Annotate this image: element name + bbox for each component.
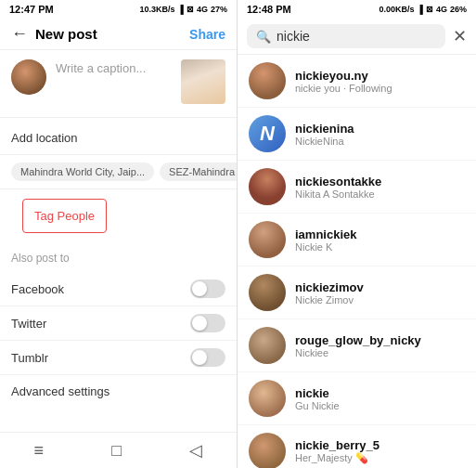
result-info: nickiesontakkeNikita A Sontakke [295, 175, 465, 200]
result-info: rouge_glow_by_nickyNickiee [295, 333, 465, 358]
twitter-label: Twitter [11, 317, 46, 331]
search-box[interactable]: 🔍 nickie [247, 24, 445, 48]
location-chip[interactable]: Mahindra World City, Jaip... [11, 162, 154, 181]
network-speed-left: 10.3KB/s [140, 5, 175, 14]
result-display-name: Nickiee [295, 347, 465, 358]
search-input[interactable]: nickie [277, 29, 310, 44]
sim-icon: 4G [197, 5, 208, 14]
list-item[interactable]: NnickieninaNickieNina [238, 108, 476, 161]
location-chip[interactable]: SEZ-Mahindra World City [160, 162, 237, 181]
result-info: nickieGu Nickie [295, 386, 465, 411]
tumblr-label: Tumblr [11, 351, 48, 365]
result-display-name: Her_Majesty 💊 [295, 452, 465, 464]
back-nav-icon[interactable]: ◁ [189, 440, 202, 461]
signal-icon-right: ▐ [418, 5, 423, 14]
result-avatar [249, 221, 286, 258]
top-bar: ← New post Share [0, 19, 237, 50]
tumblr-toggle[interactable] [190, 348, 225, 367]
list-item[interactable]: nickiesontakkeNikita A Sontakke [238, 161, 476, 214]
result-display-name: NickieNina [295, 136, 465, 147]
toggle-knob-facebook [192, 281, 207, 296]
sim-icon-right: 4G [436, 5, 447, 14]
results-list: nickieyou.nynickie you · FollowingNnicki… [238, 55, 476, 468]
status-bar-left: 12:47 PM 10.3KB/s ▐ ⊠ 4G 27% [0, 0, 237, 19]
wifi-icon-right: ⊠ [426, 5, 433, 14]
result-display-name: Nickie Zimov [295, 294, 465, 306]
result-username: nickieyou.ny [295, 69, 465, 83]
result-info: iamnickiekNickie K [295, 228, 465, 253]
time-right: 12:48 PM [247, 4, 291, 15]
twitter-row: Twitter [0, 306, 237, 341]
result-display-name: Nickie K [295, 241, 465, 253]
result-username: nickienina [295, 122, 465, 136]
result-display-name: Nikita A Sontakke [295, 188, 465, 200]
list-item[interactable]: nickiezimovNickie Zimov [238, 266, 476, 319]
result-display-name: nickie you · Following [295, 83, 465, 94]
tumblr-row: Tumblr [0, 341, 237, 375]
share-button[interactable]: Share [189, 27, 225, 42]
twitter-toggle[interactable] [190, 314, 225, 332]
divider-1 [0, 117, 237, 118]
battery-right: 26% [450, 5, 467, 14]
result-avatar [249, 327, 286, 364]
add-location[interactable]: Add location [0, 122, 237, 155]
time-left: 12:47 PM [9, 4, 54, 15]
list-item[interactable]: nickie_berry_5Her_Majesty 💊 [238, 425, 476, 468]
list-item[interactable]: rouge_glow_by_nickyNickiee [238, 319, 476, 372]
facebook-row: Facebook [0, 272, 237, 306]
result-info: nickieninaNickieNina [295, 122, 465, 147]
top-bar-left: ← New post [11, 24, 97, 44]
battery-left: 27% [211, 5, 227, 14]
close-button[interactable]: ✕ [453, 26, 467, 46]
facebook-toggle[interactable] [190, 280, 225, 298]
result-avatar [249, 380, 286, 417]
result-display-name: Gu Nickie [295, 400, 465, 411]
result-info: nickiezimovNickie Zimov [295, 280, 465, 306]
also-post-section: Also post to [0, 246, 237, 272]
avatar [11, 59, 46, 95]
avatar-image [11, 59, 46, 95]
menu-icon[interactable]: ≡ [34, 441, 45, 461]
search-icon: 🔍 [256, 30, 271, 44]
home-icon[interactable]: □ [111, 441, 122, 461]
result-username: rouge_glow_by_nicky [295, 333, 465, 347]
status-bar-right: 12:48 PM 0.00KB/s ▐ ⊠ 4G 26% [238, 0, 476, 19]
back-button[interactable]: ← [11, 24, 28, 44]
result-username: nickiesontakke [295, 175, 465, 188]
result-avatar [249, 433, 286, 468]
tag-people-wrapper: Tag People [0, 189, 237, 246]
tag-people-button[interactable]: Tag People [22, 199, 107, 233]
status-icons-left: 10.3KB/s ▐ ⊠ 4G 27% [140, 5, 227, 14]
result-info: nickieyou.nynickie you · Following [295, 69, 465, 94]
bottom-nav: ≡ □ ◁ [0, 432, 237, 468]
status-icons-right: 0.00KB/s ▐ ⊠ 4G 26% [380, 5, 467, 14]
search-bar: 🔍 nickie ✕ [238, 19, 476, 55]
result-avatar: N [249, 115, 286, 152]
network-speed-right: 0.00KB/s [380, 5, 415, 14]
page-title: New post [35, 26, 97, 42]
result-username: iamnickiek [295, 228, 465, 241]
result-username: nickiezimov [295, 280, 465, 294]
facebook-label: Facebook [11, 282, 64, 296]
wifi-icon: ⊠ [187, 5, 194, 14]
list-item[interactable]: nickieyou.nynickie you · Following [238, 55, 476, 108]
left-panel: 12:47 PM 10.3KB/s ▐ ⊠ 4G 27% ← New post … [0, 0, 238, 468]
toggle-knob-twitter [192, 316, 207, 331]
result-avatar [249, 274, 286, 311]
also-post-title: Also post to [11, 252, 225, 265]
thumbnail-image [181, 59, 225, 104]
signal-icon: ▐ [178, 5, 184, 14]
location-chips: Mahindra World City, Jaip...SEZ-Mahindra… [0, 155, 237, 189]
right-panel: 12:48 PM 0.00KB/s ▐ ⊠ 4G 26% 🔍 nickie ✕ … [238, 0, 476, 468]
result-avatar [249, 168, 286, 205]
advanced-settings[interactable]: Advanced settings [0, 375, 237, 408]
result-username: nickie [295, 386, 465, 400]
result-avatar [249, 62, 286, 99]
list-item[interactable]: nickieGu Nickie [238, 372, 476, 425]
list-item[interactable]: iamnickiekNickie K [238, 214, 476, 266]
result-username: nickie_berry_5 [295, 438, 465, 452]
post-thumbnail [181, 59, 225, 104]
toggle-knob-tumblr [192, 350, 207, 365]
caption-input[interactable]: Write a caption... [56, 59, 172, 75]
result-info: nickie_berry_5Her_Majesty 💊 [295, 438, 465, 464]
